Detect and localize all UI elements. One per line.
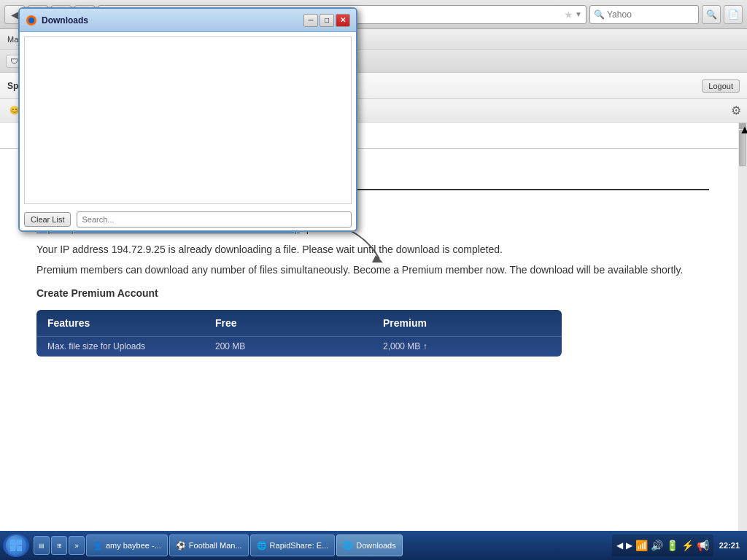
svg-rect-5 bbox=[10, 546, 15, 551]
search-bar[interactable]: 🔍 bbox=[589, 5, 699, 24]
tray-nav-left[interactable]: ◀ bbox=[616, 540, 623, 551]
browser-icon: 🌐 bbox=[257, 541, 267, 551]
football-icon: ⚽ bbox=[176, 541, 186, 551]
features-table: Features Free Premium Max. file size for… bbox=[36, 310, 562, 357]
desktop: ◀ ▶ ↻ 🏠 451773/mancunianblack.zip ★ ▼ 🔍 … bbox=[0, 0, 747, 560]
yahoo-icon: 🔍 bbox=[594, 9, 605, 20]
taskbar-downloads-label: Downloads bbox=[356, 541, 395, 550]
features-header: Features Free Premium bbox=[36, 310, 562, 337]
features-col-header: Features bbox=[47, 317, 215, 329]
clock-time: 22:21 bbox=[719, 541, 740, 550]
tray-battery-icon[interactable]: 🔋 bbox=[666, 540, 678, 551]
taskbar-item-football[interactable]: ⚽ Football Man... bbox=[169, 534, 249, 556]
svg-point-1 bbox=[28, 18, 34, 23]
page-icon-button[interactable]: 📄 bbox=[724, 5, 743, 24]
search-go-button[interactable]: 🔍 bbox=[702, 5, 721, 24]
popup-titlebar: Downloads ─ □ ✕ bbox=[20, 9, 356, 32]
clear-list-button[interactable]: Clear List bbox=[24, 212, 71, 227]
more-icon: » bbox=[74, 542, 79, 550]
bookmark-star[interactable]: ★ bbox=[564, 9, 573, 20]
settings-icon[interactable]: ⚙ bbox=[731, 104, 741, 117]
popup-download-list bbox=[24, 36, 352, 204]
taskbar-football-label: Football Man... bbox=[189, 541, 242, 550]
search-input[interactable] bbox=[607, 9, 694, 20]
tray-speaker-icon[interactable]: 📢 bbox=[697, 540, 709, 551]
svg-rect-3 bbox=[10, 540, 15, 545]
popup-firefox-icon bbox=[26, 15, 37, 26]
start-button[interactable] bbox=[3, 534, 29, 557]
taskbar-clock[interactable]: 22:21 bbox=[715, 541, 744, 550]
features-row-1: Max. file size for Uploads 200 MB 2,000 … bbox=[36, 337, 562, 357]
taskbar: ▤ ⊞ » 👤 amy baybee -... ⚽ Football Man..… bbox=[0, 531, 747, 560]
show-desktop-button[interactable]: ▤ bbox=[34, 536, 50, 555]
tray-network-icon[interactable]: 📶 bbox=[635, 540, 648, 551]
popup-footer: Clear List bbox=[20, 209, 356, 230]
taskbar-item-rapidshare[interactable]: 🌐 RapidShare: E... bbox=[250, 534, 336, 556]
create-premium-text: Create Premium Account bbox=[36, 287, 709, 299]
tray-nav-right[interactable]: ▶ bbox=[626, 540, 632, 551]
row1-free: 200 MB bbox=[215, 341, 383, 351]
row1-feature: Max. file size for Uploads bbox=[47, 341, 215, 351]
dropdown-arrow[interactable]: ▼ bbox=[575, 10, 582, 18]
taskbar-rapidshare-label: RapidShare: E... bbox=[270, 541, 329, 550]
minimize-button[interactable]: ─ bbox=[303, 14, 318, 27]
system-tray: ◀ ▶ 📶 🔊 🔋 ⚡ 📢 bbox=[612, 534, 713, 556]
svg-rect-4 bbox=[17, 540, 22, 545]
row1-premium: 2,000 MB ↑ bbox=[383, 341, 551, 351]
chat-icon: 👤 bbox=[93, 541, 103, 551]
apps-icon: ⊞ bbox=[57, 542, 62, 549]
shield-icon: 🛡 bbox=[10, 57, 18, 66]
popup-title: Downloads bbox=[42, 15, 302, 26]
chat-actions: Logout bbox=[702, 79, 740, 93]
svg-rect-6 bbox=[17, 546, 22, 551]
free-col-header: Free bbox=[215, 317, 383, 329]
downloads-popup: Downloads ─ □ ✕ Clear List bbox=[18, 7, 357, 232]
taskbar-item-downloads[interactable]: 🌐 Downloads bbox=[336, 534, 402, 556]
popup-search-input[interactable] bbox=[77, 211, 352, 228]
maximize-button[interactable]: □ bbox=[320, 14, 334, 27]
close-button[interactable]: ✕ bbox=[336, 14, 350, 27]
show-apps-button[interactable]: ⊞ bbox=[51, 536, 67, 555]
windows-logo bbox=[6, 535, 26, 556]
download-icon: 🌐 bbox=[343, 541, 353, 551]
scroll-up-arrow[interactable]: ▲ bbox=[739, 123, 746, 129]
tray-volume-icon[interactable]: 🔊 bbox=[651, 540, 663, 551]
show-desktop-icon: ▤ bbox=[39, 542, 44, 549]
scrollbar[interactable]: ▲ bbox=[738, 122, 747, 531]
taskbar-item-chat[interactable]: 👤 amy baybee -... bbox=[86, 534, 168, 556]
taskbar-chat-label: amy baybee -... bbox=[106, 541, 161, 550]
logout-button[interactable]: Logout bbox=[702, 79, 740, 93]
more-apps-button[interactable]: » bbox=[69, 536, 85, 555]
tray-power-icon[interactable]: ⚡ bbox=[681, 540, 694, 551]
premium-col-header: Premium bbox=[383, 317, 551, 329]
